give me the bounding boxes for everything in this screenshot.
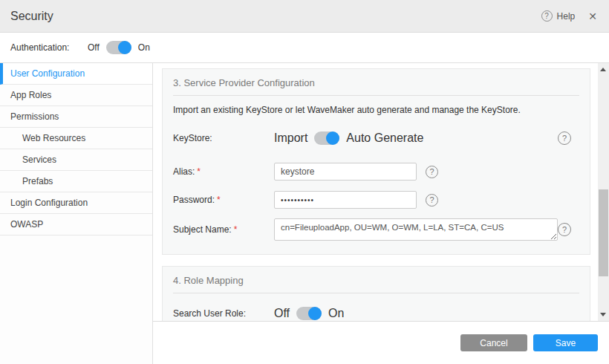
titlebar-actions: ? Help ✕ <box>541 10 597 22</box>
alias-input[interactable] <box>274 163 417 181</box>
password-input[interactable] <box>274 191 417 209</box>
help-label: Help <box>557 11 576 22</box>
required-asterisk: * <box>217 195 221 205</box>
password-label: Password:* <box>173 195 274 205</box>
role-mapping-section: 4. Role Mapping Search User Role: Off On <box>162 266 590 321</box>
vertical-scrollbar[interactable] <box>598 63 609 321</box>
section-title: 3. Service Provider Configuration <box>173 69 579 88</box>
authentication-toggle[interactable] <box>106 41 131 54</box>
alias-label: Alias:* <box>173 166 274 177</box>
authentication-on-label: On <box>138 42 150 53</box>
keystore-description: Import an existing KeyStore or let WaveM… <box>173 105 579 115</box>
toggle-knob <box>326 131 339 145</box>
search-user-role-row: Search User Role: Off On <box>173 307 579 320</box>
keystore-autogenerate-label: Auto Generate <box>346 131 423 145</box>
sidebar-item-web-resources[interactable]: Web Resources <box>0 128 152 149</box>
sidebar-item-permissions[interactable]: Permissions <box>0 106 152 128</box>
alias-label-text: Alias: <box>173 166 195 177</box>
authentication-label: Authentication: <box>10 42 88 53</box>
save-button[interactable]: Save <box>533 334 598 351</box>
keystore-row: KeyStore: Import Auto Generate ? <box>173 131 579 145</box>
password-row: Password:* ? <box>173 191 579 209</box>
keystore-help-icon[interactable]: ? <box>558 131 571 145</box>
required-asterisk: * <box>234 224 238 235</box>
toggle-knob <box>118 41 131 54</box>
sidebar-item-user-configuration[interactable]: User Configuration <box>0 63 152 85</box>
subject-name-label-text: Subject Name: <box>173 224 232 235</box>
footer: Cancel Save <box>153 321 609 364</box>
search-user-role-toggle[interactable] <box>296 307 322 320</box>
keystore-import-label: Import <box>274 131 307 145</box>
required-asterisk: * <box>197 166 201 177</box>
search-user-role-label: Search User Role: <box>173 308 274 319</box>
toggle-knob <box>308 307 322 320</box>
authentication-row: Authentication: Off On <box>0 33 609 63</box>
service-provider-configuration-section: 3. Service Provider Configuration Import… <box>162 68 590 255</box>
divider <box>173 95 579 96</box>
scroll-area: 3. Service Provider Configuration Import… <box>153 63 609 321</box>
sidebar-item-label: Login Configuration <box>10 198 88 208</box>
sidebar-item-services[interactable]: Services <box>0 149 152 171</box>
divider <box>173 293 579 293</box>
sidebar-item-label: App Roles <box>10 90 51 100</box>
sidebar-item-label: Permissions <box>10 111 59 122</box>
alias-row: Alias:* ? <box>173 163 579 181</box>
scrollbar-thumb[interactable] <box>599 189 608 276</box>
titlebar: Security ? Help ✕ <box>0 0 609 33</box>
password-help-icon[interactable]: ? <box>426 194 438 207</box>
main-area: User Configuration App Roles Permissions… <box>0 63 609 364</box>
sidebar: User Configuration App Roles Permissions… <box>0 63 153 364</box>
cancel-button[interactable]: Cancel <box>460 334 527 351</box>
sidebar-item-owasp[interactable]: OWASP <box>0 214 152 235</box>
alias-help-icon[interactable]: ? <box>426 166 438 178</box>
security-dialog: Security ? Help ✕ Authentication: Off On… <box>0 0 609 364</box>
sidebar-item-label: User Configuration <box>10 68 85 79</box>
close-icon[interactable]: ✕ <box>588 10 597 22</box>
subject-name-help-icon[interactable]: ? <box>558 223 571 236</box>
scroll-down-arrow-icon[interactable] <box>600 313 606 316</box>
password-label-text: Password: <box>173 195 215 205</box>
sidebar-item-prefabs[interactable]: Prefabs <box>0 171 152 192</box>
page-title: Security <box>10 10 53 23</box>
section-title: 4. Role Mapping <box>173 267 579 286</box>
keystore-label: KeyStore: <box>173 133 274 143</box>
sidebar-item-label: Web Resources <box>22 133 85 143</box>
scroll-up-arrow-icon[interactable] <box>600 68 606 71</box>
sidebar-item-app-roles[interactable]: App Roles <box>0 85 152 106</box>
sidebar-item-label: OWASP <box>10 219 43 230</box>
sidebar-item-label: Services <box>22 155 56 165</box>
subject-name-label: Subject Name:* <box>173 224 274 235</box>
authentication-off-label: Off <box>88 42 100 53</box>
sidebar-item-login-configuration[interactable]: Login Configuration <box>0 192 152 214</box>
help-button[interactable]: ? Help <box>541 10 576 22</box>
subject-name-row: Subject Name:* cn=FileuploadApp, OU=WM, … <box>173 218 579 241</box>
sidebar-item-label: Prefabs <box>22 176 53 186</box>
search-user-role-off-label: Off <box>274 307 290 320</box>
subject-name-textarea[interactable]: cn=FileuploadApp, OU=WM, O=WM, L=LA, ST=… <box>274 218 558 241</box>
help-icon: ? <box>541 10 553 22</box>
search-user-role-on-label: On <box>328 307 344 320</box>
content-column: 3. Service Provider Configuration Import… <box>153 63 609 364</box>
keystore-toggle[interactable] <box>314 131 339 145</box>
